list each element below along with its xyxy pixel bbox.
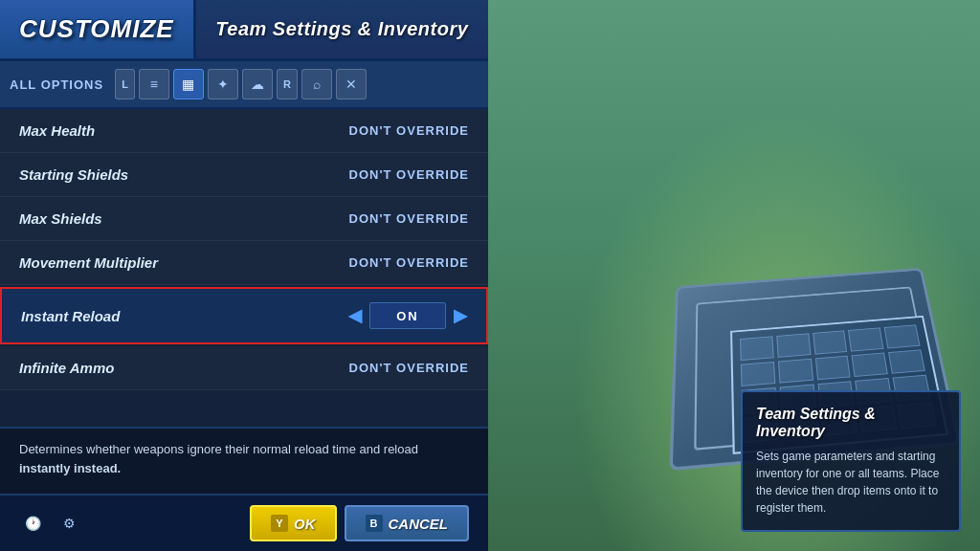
bottom-bar: 🕐 ⚙ Y OK B CANCEL [0, 494, 488, 551]
header-title: Team Settings & Inventory [215, 18, 468, 40]
toggle-left-arrow[interactable]: ◀ [348, 305, 362, 326]
option-infinite-ammo-value: DON'T OVERRIDE [349, 361, 469, 375]
tab-bar: ALL OPTIONS L ≡ ▦ ✦ ☁ R ⌕ ✕ [0, 61, 488, 109]
bottom-left-icons: 🕐 ⚙ [19, 510, 82, 537]
option-max-shields-value: DON'T OVERRIDE [349, 211, 469, 226]
option-starting-shields-label: Starting Shields [19, 166, 128, 183]
toggle-control: ◀ ON ▶ [348, 302, 467, 329]
tab-filter-icon[interactable]: ☁ [242, 69, 273, 99]
toggle-right-arrow[interactable]: ▶ [454, 305, 467, 326]
option-movement-multiplier-label: Movement Multiplier [19, 254, 158, 271]
tab-r[interactable]: R [277, 69, 298, 99]
toggle-value: ON [396, 309, 419, 323]
tab-list-icon[interactable]: ≡ [139, 69, 169, 99]
option-instant-reload-label: Instant Reload [21, 308, 120, 324]
description-text: Determines whether weapons ignore their … [19, 440, 469, 477]
option-max-health-label: Max Health [19, 122, 95, 139]
customize-label: CUSTOMIZE [19, 14, 174, 44]
info-panel: Team Settings & Inventory Sets game para… [741, 390, 961, 532]
all-options-label: ALL OPTIONS [10, 77, 103, 92]
option-starting-shields-value: DON'T OVERRIDE [349, 167, 469, 182]
tab-l[interactable]: L [115, 69, 135, 99]
tab-close-icon[interactable]: ✕ [336, 69, 367, 99]
customize-section: CUSTOMIZE [0, 0, 196, 58]
tab-star-icon[interactable]: ✦ [208, 69, 238, 99]
ok-label: OK [294, 516, 316, 532]
option-max-health-value: DON'T OVERRIDE [349, 123, 469, 138]
cancel-badge: B [366, 515, 383, 532]
option-max-health[interactable]: Max Health DON'T OVERRIDE [0, 109, 488, 153]
header-center: Team Settings & Inventory [196, 0, 488, 58]
option-instant-reload[interactable]: Instant Reload ◀ ON ▶ [0, 287, 488, 344]
description-area: Determines whether weapons ignore their … [0, 427, 488, 494]
option-starting-shields[interactable]: Starting Shields DON'T OVERRIDE [0, 153, 488, 197]
ok-badge: Y [271, 515, 288, 532]
options-list: Max Health DON'T OVERRIDE Starting Shiel… [0, 109, 488, 427]
tab-search-icon[interactable]: ⌕ [301, 69, 332, 99]
option-movement-multiplier-value: DON'T OVERRIDE [349, 255, 469, 270]
tab-grid-icon[interactable]: ▦ [173, 69, 204, 99]
option-movement-multiplier[interactable]: Movement Multiplier DON'T OVERRIDE [0, 241, 488, 285]
action-buttons: Y OK B CANCEL [250, 505, 469, 541]
option-max-shields-label: Max Shields [19, 210, 102, 227]
info-panel-text: Sets game parameters and starting invent… [756, 448, 946, 517]
settings-icon[interactable]: ⚙ [56, 510, 82, 537]
toggle-slider[interactable]: ON [369, 302, 446, 329]
option-infinite-ammo[interactable]: Infinite Ammo DON'T OVERRIDE [0, 346, 488, 390]
cancel-label: CANCEL [389, 516, 449, 532]
header: CUSTOMIZE Team Settings & Inventory [0, 0, 488, 61]
info-panel-title: Team Settings & Inventory [756, 406, 946, 440]
cancel-button[interactable]: B CANCEL [345, 505, 470, 541]
clock-icon[interactable]: 🕐 [19, 510, 46, 537]
ok-button[interactable]: Y OK [250, 505, 337, 541]
option-max-shields[interactable]: Max Shields DON'T OVERRIDE [0, 197, 488, 241]
option-infinite-ammo-label: Infinite Ammo [19, 360, 114, 376]
left-panel: CUSTOMIZE Team Settings & Inventory ALL … [0, 0, 488, 551]
